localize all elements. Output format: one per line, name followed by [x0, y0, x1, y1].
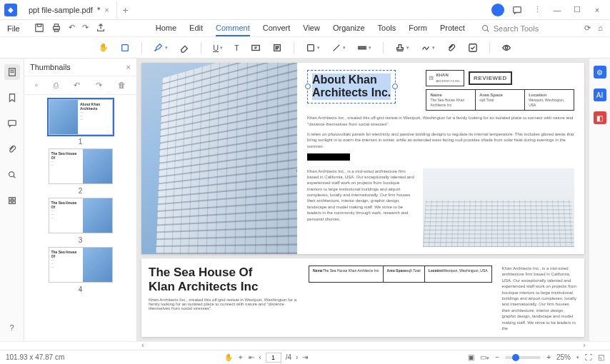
- svg-rect-15: [8, 121, 16, 126]
- page-2: The Sea House OfKlan Architects Inc Khan…: [141, 258, 584, 337]
- page-total: /4: [286, 353, 291, 361]
- stamp-icon[interactable]: ▾: [395, 43, 409, 53]
- fullscreen-icon[interactable]: ⛶: [585, 353, 592, 361]
- prev-page-arrow[interactable]: ‹: [141, 340, 144, 349]
- hide-comments-icon[interactable]: [501, 43, 511, 53]
- fit-width-icon[interactable]: ▭▾: [480, 353, 489, 361]
- sync-icon[interactable]: ⟳: [584, 24, 591, 33]
- thumb-number: 2: [79, 187, 83, 195]
- eraser-icon[interactable]: [179, 43, 189, 53]
- reviewed-stamp: REVIEWED: [469, 71, 512, 85]
- menu-edit[interactable]: Edit: [189, 21, 203, 36]
- close-tab-icon[interactable]: ×: [104, 6, 109, 14]
- search-tab-icon[interactable]: [4, 167, 20, 183]
- prev-page-button[interactable]: ‹: [259, 353, 261, 361]
- first-page-button[interactable]: ⇤: [249, 353, 254, 361]
- menu-comment[interactable]: Comment: [216, 21, 250, 36]
- home-icon[interactable]: ⌂: [598, 24, 603, 33]
- page2-title-line1: The Sea House Of: [149, 266, 252, 279]
- last-page-button[interactable]: ⇥: [302, 353, 308, 361]
- thumb-print-icon[interactable]: ⎙: [54, 81, 59, 90]
- menu-convert[interactable]: Convert: [263, 21, 291, 36]
- hand-tool-icon[interactable]: ✋: [99, 43, 109, 52]
- signature-icon[interactable]: ▾: [421, 43, 435, 53]
- page-1: ✓ About Khan Architects Inc. ◳ KHANARCHI…: [141, 63, 584, 254]
- menu-form[interactable]: Form: [409, 21, 427, 36]
- menu-items: Home Edit Comment Convert View Organize …: [156, 21, 465, 36]
- line-icon[interactable]: ▾: [331, 43, 346, 53]
- zoom-out-button[interactable]: −: [495, 353, 499, 361]
- page1-para3: Khan Architects Inc., is a mid-sized arc…: [307, 168, 416, 247]
- undo-icon[interactable]: ↶: [69, 23, 75, 34]
- bookmarks-tab-icon[interactable]: [4, 90, 20, 106]
- document-viewport[interactable]: ✎ ✓ About Khan Architects Inc. ◳ KHANARC…: [137, 59, 589, 341]
- hand-status-icon[interactable]: ✋: [224, 353, 233, 361]
- attachment-icon[interactable]: [446, 43, 456, 53]
- thumbnails-tab-icon[interactable]: [4, 64, 20, 80]
- thumb-rotate-left-icon[interactable]: ↶: [74, 81, 80, 90]
- cursor-status-icon[interactable]: ⌖: [239, 353, 243, 362]
- shape-icon[interactable]: ▾: [306, 43, 320, 53]
- underline-icon[interactable]: U▾: [213, 44, 223, 52]
- maximize-button[interactable]: ☐: [570, 3, 584, 17]
- share-icon[interactable]: [96, 23, 106, 34]
- fields-tab-icon[interactable]: [4, 193, 20, 208]
- attachments-tab-icon[interactable]: [4, 141, 20, 157]
- menu-protect[interactable]: Protect: [440, 21, 465, 36]
- checkmark-icon[interactable]: [468, 43, 478, 53]
- svg-point-16: [9, 172, 14, 177]
- checkmark-annotation[interactable]: ✓: [295, 163, 297, 176]
- page1-info-table: NameThe Sea House Khan Architects Inc Ar…: [426, 89, 574, 111]
- user-avatar[interactable]: [491, 4, 504, 16]
- thumbnail-page-1[interactable]: About Khan Architects———: [49, 99, 113, 135]
- add-tab-button[interactable]: +: [117, 4, 134, 16]
- svg-point-13: [505, 46, 508, 49]
- text-tool-icon[interactable]: T: [234, 44, 239, 52]
- fit-page-icon[interactable]: ▣: [468, 353, 474, 361]
- measure-icon[interactable]: ▾: [357, 43, 371, 53]
- select-tool-icon[interactable]: [120, 43, 130, 53]
- properties-icon[interactable]: ⚙: [594, 66, 606, 79]
- minimize-button[interactable]: —: [550, 3, 564, 17]
- close-panel-icon[interactable]: ×: [126, 63, 131, 71]
- save-icon[interactable]: [34, 23, 44, 34]
- more-icon[interactable]: ⋮: [530, 3, 544, 17]
- menu-tools[interactable]: Tools: [378, 21, 396, 36]
- note-icon[interactable]: [272, 43, 282, 53]
- svg-rect-18: [12, 198, 15, 201]
- page-number-input[interactable]: [266, 353, 281, 363]
- document-tab[interactable]: ppt file-sample.pdf * ×: [21, 1, 117, 19]
- thumb-delete-icon[interactable]: 🗑: [118, 81, 126, 90]
- reading-mode-icon[interactable]: ◱: [598, 353, 604, 361]
- help-icon[interactable]: ?: [4, 320, 20, 335]
- print-icon[interactable]: [51, 23, 61, 34]
- search-tools[interactable]: Search Tools: [481, 24, 539, 34]
- ai-assistant-icon[interactable]: AI: [594, 89, 606, 101]
- file-menu[interactable]: File: [0, 24, 27, 33]
- thumb-rotate-right-icon[interactable]: ↷: [96, 81, 102, 90]
- zoom-in-button[interactable]: +: [546, 353, 551, 361]
- thumb-add-icon[interactable]: ▫: [35, 81, 38, 90]
- menu-organize[interactable]: Organize: [333, 21, 365, 36]
- brand-logo: ◳ KHANARCHITECTS INC.: [426, 70, 464, 86]
- highlight-icon[interactable]: ▾: [154, 43, 168, 53]
- next-page-button[interactable]: ›: [296, 353, 298, 361]
- text-box-icon[interactable]: [251, 43, 261, 53]
- feedback-icon[interactable]: [510, 3, 524, 17]
- menu-view[interactable]: View: [303, 21, 320, 36]
- comments-tab-icon[interactable]: [4, 116, 20, 131]
- next-page-arrow[interactable]: ›: [583, 340, 586, 349]
- svg-rect-8: [252, 45, 260, 50]
- zoom-slider[interactable]: [505, 356, 541, 359]
- menu-home[interactable]: Home: [156, 21, 176, 36]
- thumb-number: 4: [79, 285, 83, 293]
- redo-icon[interactable]: ↷: [82, 23, 89, 34]
- thumbnail-page-2[interactable]: The Sea House Of——: [49, 148, 113, 184]
- thumbnail-page-3[interactable]: The Sea House Of———: [49, 198, 113, 233]
- title-edit-selection[interactable]: About Khan Architects Inc.: [307, 70, 396, 103]
- app-integration-icon[interactable]: ◧: [594, 111, 606, 124]
- close-window-button[interactable]: ×: [590, 3, 604, 17]
- page1-para2: It relies on photovoltaic panels for ele…: [307, 131, 574, 149]
- dimensions-label: 101.93 x 47.87 cm: [6, 353, 64, 361]
- thumbnail-page-4[interactable]: The Sea House Of———: [49, 247, 113, 283]
